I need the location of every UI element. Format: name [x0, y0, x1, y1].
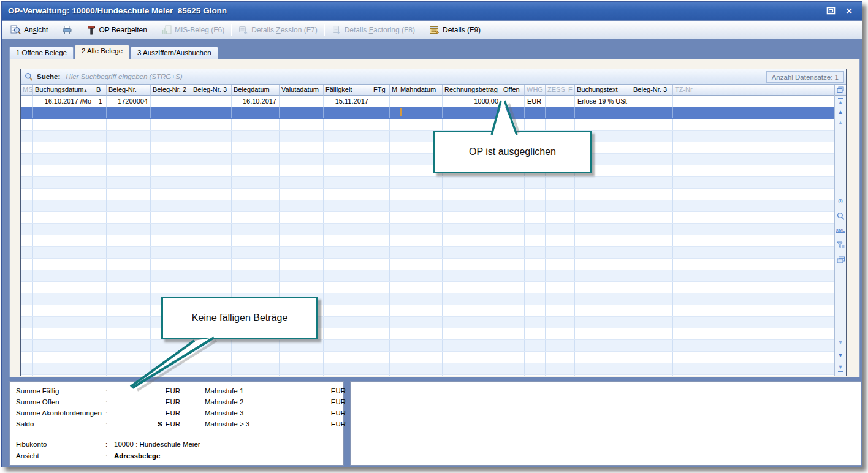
table-row-selected[interactable] [21, 107, 834, 119]
table-row-empty[interactable] [21, 282, 834, 293]
column-header-valutadatum[interactable]: Valutadatum [280, 85, 324, 96]
column-header-ftg[interactable]: FTg [371, 85, 390, 96]
column-header-beleg_nr2[interactable]: Beleg-Nr. 2 [151, 85, 191, 96]
cell-b [94, 247, 107, 258]
table-row-empty[interactable] [21, 352, 834, 363]
summary-currency: EUR [114, 398, 180, 406]
table-row-empty[interactable] [21, 200, 834, 212]
table-row-empty[interactable] [21, 131, 834, 142]
table-row-empty[interactable] [21, 224, 834, 235]
cell-buchungsdatum [33, 189, 94, 200]
filter-button[interactable] [835, 241, 846, 249]
table-row-empty[interactable] [21, 328, 834, 340]
table-row-record[interactable]: 16.10.2017 /Mo11720000416.10.201715.11.2… [21, 96, 834, 107]
column-header-zess[interactable]: ZESS [546, 85, 566, 96]
cell-rechnungsbetrag [443, 363, 501, 374]
column-header-beleg_nr[interactable]: Beleg-Nr. [107, 85, 151, 96]
cell-mahndatum [398, 235, 443, 246]
cell-whg [525, 340, 546, 351]
band-columns-button[interactable]: (I) [835, 199, 846, 203]
scroll-down-page-button[interactable]: ▼ [835, 340, 846, 346]
cell-m [390, 177, 398, 188]
column-header-ms[interactable]: MS [21, 85, 33, 96]
tab-alle-belege[interactable]: 2 Alle Belege [75, 45, 129, 59]
table-row-empty[interactable] [21, 177, 834, 189]
table-row-empty[interactable] [21, 154, 834, 165]
cell-faelligkeit [324, 340, 371, 351]
cell-rechnungsbetrag [443, 328, 501, 339]
search-input-placeholder[interactable]: Hier Suchbegriff eingeben (STRG+S) [66, 73, 182, 80]
column-header-offen[interactable]: Offen [501, 85, 525, 96]
cell-filler [696, 154, 834, 165]
column-header-f[interactable]: F [566, 85, 575, 96]
column-header-b[interactable]: B [94, 85, 107, 96]
column-header-tz_nr[interactable]: TZ-Nr [673, 85, 696, 96]
table-row-empty[interactable] [21, 119, 834, 131]
ansicht-button[interactable]: Ansicht [6, 23, 53, 37]
table-row-empty[interactable] [21, 317, 834, 328]
cell-beleg_nr3b [631, 131, 673, 142]
copy-rows-button[interactable] [835, 256, 846, 263]
cell-offen [501, 247, 525, 258]
cell-faelligkeit [324, 375, 371, 376]
table-row-empty[interactable] [21, 340, 834, 352]
cell-b [94, 259, 107, 270]
scroll-to-bottom-button[interactable]: ▼ [835, 365, 846, 373]
search-bar[interactable]: Suche: Hier Suchbegriff eingeben (STRG+S… [21, 69, 846, 85]
summary-label: Summe Offen [16, 398, 105, 406]
cell-valutadatum [280, 375, 324, 376]
table-row-empty[interactable] [21, 363, 834, 375]
column-header-mahndatum[interactable]: Mahndatum [398, 85, 443, 96]
tab-offene-belege[interactable]: 1 Offene Belege [9, 47, 74, 59]
scroll-to-top-button[interactable]: ▲ [835, 97, 846, 105]
zoom-button[interactable] [835, 212, 846, 220]
cell-mahndatum [398, 177, 443, 188]
cell-beleg_nr [107, 340, 151, 351]
details-button[interactable]: Details (F9) [424, 23, 485, 37]
close-window-button[interactable]: ✕ [843, 6, 855, 16]
table-row-empty[interactable] [21, 212, 834, 224]
column-header-buchungsdatum[interactable]: Buchungsdatum▴ [33, 85, 94, 96]
table-row-empty[interactable] [21, 235, 834, 247]
window-title: OP-Verwaltung: 10000/Hundeschule Meier 8… [2, 6, 227, 15]
column-header-faelligkeit[interactable]: Fälligkeit [324, 85, 371, 96]
table-row-empty[interactable] [21, 165, 834, 177]
cell-beleg_nr [107, 131, 151, 142]
cell-buchungstext [575, 282, 631, 293]
op-bearbeiten-button[interactable]: OP Bearbeiten [82, 23, 152, 37]
cell-faelligkeit [324, 212, 371, 223]
column-chooser-button[interactable] [835, 85, 846, 96]
table-row-empty[interactable] [21, 375, 834, 376]
scroll-down-button[interactable]: ▼ [835, 352, 846, 358]
restore-window-button[interactable] [825, 6, 836, 16]
table-row-empty[interactable] [21, 247, 834, 259]
xml-export-button[interactable]: XML [835, 228, 846, 232]
table-row-empty[interactable] [21, 305, 834, 317]
column-header-m[interactable]: M [390, 85, 398, 96]
cell-ms [21, 352, 33, 363]
table-row-empty[interactable] [21, 270, 834, 282]
column-header-whg[interactable]: WHG [525, 85, 546, 96]
cell-valutadatum [280, 200, 324, 211]
column-header-buchungstext[interactable]: Buchungstext [575, 85, 631, 96]
summary-colon: : [105, 387, 114, 395]
mahnstufe-currency: EUR [315, 398, 346, 406]
cell-zess [546, 119, 566, 130]
table-row-empty[interactable] [21, 189, 834, 200]
column-header-rechnungsbetrag[interactable]: Rechnungsbetrag [443, 85, 501, 96]
cell-buchungstext [575, 189, 631, 200]
table-row-empty[interactable] [21, 259, 834, 270]
cell-rechnungsbetrag [443, 177, 501, 188]
column-header-belegdatum[interactable]: Belegdatum [232, 85, 280, 96]
column-header-beleg_nr3b[interactable]: Beleg-Nr. 3 [631, 85, 673, 96]
column-header-beleg_nr3[interactable]: Beleg-Nr. 3 [191, 85, 232, 96]
table-row-empty[interactable] [21, 293, 834, 305]
scroll-up-button[interactable]: ▲ [835, 109, 846, 115]
tab-ausziffern-ausbuchen[interactable]: 3 Ausziffern/Ausbuchen [131, 47, 218, 59]
cell-m [390, 154, 398, 165]
print-button[interactable] [57, 23, 78, 37]
table-row-empty[interactable] [21, 142, 834, 154]
cell-buchungstext [575, 363, 631, 374]
cell-rechnungsbetrag [443, 200, 501, 211]
scroll-up-page-button[interactable]: ▲ [835, 120, 846, 126]
